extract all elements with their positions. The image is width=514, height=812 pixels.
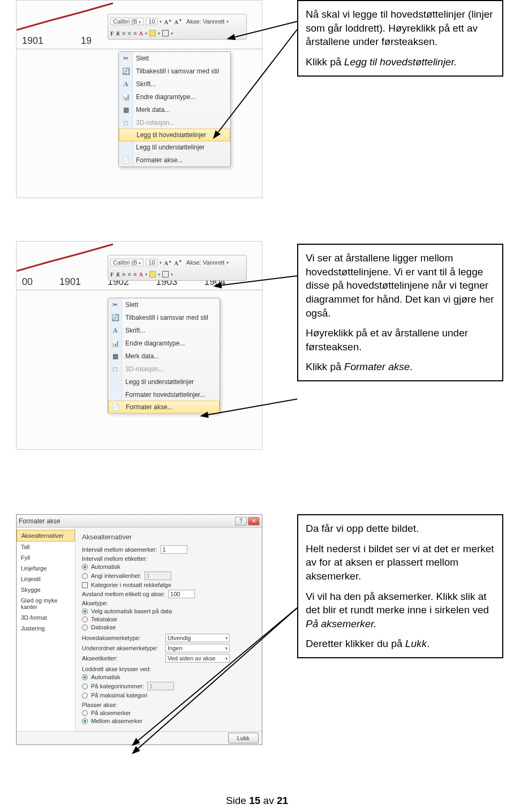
menu-change-chart-type[interactable]: 📊Endre diagramtype...: [119, 91, 230, 103]
radio-between-tickmarks[interactable]: [82, 718, 88, 724]
sidebar-item-glod[interactable]: Glød og myke kanter: [17, 595, 75, 612]
arrow-2b: [203, 396, 300, 418]
properties-icon: 📄: [121, 155, 131, 165]
svg-line-3: [206, 399, 297, 415]
italic-icon[interactable]: K: [116, 271, 120, 277]
fill-color-icon[interactable]: [149, 30, 156, 36]
align-left-icon[interactable]: ≡: [122, 30, 125, 36]
menu-3d-rotation: ◻3D-rotasjon...: [108, 363, 220, 375]
align-center-icon[interactable]: ≡: [128, 271, 131, 277]
sidebar-item-justering[interactable]: Justering: [17, 623, 75, 634]
menu-select-data[interactable]: ▦Merk data...: [119, 103, 230, 116]
callout-text: Vi vil ha den på aksemerker. Klikk slik …: [306, 590, 495, 631]
bold-icon[interactable]: F: [110, 30, 114, 36]
sidebar-item-3d-format[interactable]: 3D-format: [17, 612, 75, 623]
label-position-heading: Plasser akse:: [82, 702, 117, 708]
menu-change-chart-type[interactable]: 📊Endre diagramtype...: [108, 337, 220, 350]
font-icon: A: [110, 326, 120, 335]
radio-axis-auto[interactable]: [82, 608, 88, 614]
grid-icon: ▦: [121, 105, 131, 115]
menu-format-major-gridlines[interactable]: Formater hovedstøttelinjer...: [108, 388, 220, 401]
page-number: Side 15 av 21: [0, 795, 514, 807]
callout-1: Nå skal vi legge til hovedstøttelinjer (…: [297, 0, 503, 77]
radio-on-tickmarks[interactable]: [82, 710, 88, 716]
font-selector[interactable]: Calibri (B ▾: [110, 259, 143, 266]
sidebar-item-skygge[interactable]: Skygge: [17, 584, 75, 595]
label-label-distance: Avstand mellom etikett og akse:: [82, 591, 165, 597]
font-size-selector[interactable]: 10: [146, 18, 157, 25]
svg-line-0: [217, 29, 297, 134]
input-interval-ticks[interactable]: 1: [161, 545, 187, 554]
callout-text: Nå skal vi legge til hovedstøttelinjer (…: [306, 7, 495, 49]
radio-axis-text[interactable]: [82, 616, 88, 622]
callout-text: Klikk på Formater akse.: [306, 360, 495, 374]
font-color-icon[interactable]: A: [139, 30, 143, 36]
panel-heading: Aksealternativer: [82, 533, 255, 541]
sidebar-item-tall[interactable]: Tall: [17, 542, 75, 552]
menu-delete[interactable]: ✂Slett: [119, 52, 230, 65]
shrink-font-icon[interactable]: A▼: [174, 259, 182, 266]
menu-reset-style[interactable]: 🔄Tilbakestill i samsvar med stil: [108, 311, 220, 324]
bold-icon[interactable]: F: [110, 271, 114, 277]
radio-automatic[interactable]: [82, 564, 88, 570]
menu-delete[interactable]: ✂Slett: [108, 298, 220, 311]
align-center-icon[interactable]: ≡: [128, 30, 131, 36]
cube-icon: ◻: [121, 118, 131, 127]
callout-text: Klikk på Legg til hovedstøttelinjer.: [306, 55, 495, 69]
properties-icon: 📄: [111, 402, 120, 412]
checkbox-reverse[interactable]: [82, 582, 88, 588]
radio-specify-interval[interactable]: [82, 573, 88, 579]
radio-cross-auto[interactable]: [82, 674, 88, 680]
font-size-selector[interactable]: 10: [146, 259, 157, 266]
callout-3: Da får vi opp dette bildet. Helt nederst…: [297, 514, 503, 658]
menu-format-axis[interactable]: 📄Formater akse...: [119, 154, 230, 167]
border-icon[interactable]: [162, 30, 169, 36]
sidebar-item-fyll[interactable]: Fyll: [17, 552, 75, 563]
chart-icon: 📊: [121, 92, 131, 102]
menu-add-minor-gridlines[interactable]: Legg til understøttelinjer: [108, 375, 220, 388]
fill-color-icon[interactable]: [149, 271, 156, 277]
reset-icon: 🔄: [121, 66, 131, 76]
italic-icon[interactable]: K: [116, 30, 120, 36]
menu-add-major-gridlines[interactable]: Legg til hovedstøttelinjer: [119, 129, 230, 141]
dialog-title: Formater akse: [19, 517, 60, 525]
arrow-1b: [230, 19, 300, 40]
menu-reset-style[interactable]: 🔄Tilbakestill i samsvar med stil: [119, 65, 230, 78]
font-selector[interactable]: Calibri (B ▾: [110, 18, 143, 25]
grow-font-icon[interactable]: A▲: [164, 18, 172, 25]
callout-text: Høyreklikk på et av årstallene under før…: [306, 326, 495, 354]
radio-cross-max[interactable]: [82, 693, 88, 698]
arrow-2: [217, 273, 300, 289]
arrow-1: [214, 29, 300, 137]
menu-select-data[interactable]: ▦Merk data...: [108, 350, 220, 363]
axis-label: Akse: Vannrett: [186, 18, 224, 25]
sidebar-item-aksealternativer[interactable]: Aksealternativer: [17, 530, 75, 542]
axis-label: Akse: Vannrett: [186, 259, 224, 266]
help-button[interactable]: ?: [235, 517, 247, 525]
menu-font[interactable]: ASkrift...: [119, 78, 230, 91]
axis-year-labels: 1901 19: [22, 35, 92, 47]
year-label: 1901: [22, 35, 43, 47]
shrink-font-icon[interactable]: A▼: [174, 18, 182, 25]
radio-axis-date[interactable]: [82, 625, 88, 630]
align-left-icon[interactable]: ≡: [122, 271, 125, 277]
sidebar-item-linjefarge[interactable]: Linjefarge: [17, 563, 75, 574]
align-right-icon[interactable]: ≡: [133, 30, 137, 36]
grow-font-icon[interactable]: A▲: [164, 259, 172, 266]
menu-add-minor-gridlines[interactable]: Legg til understøttelinjer: [119, 141, 230, 154]
border-icon[interactable]: [162, 271, 169, 277]
font-color-icon[interactable]: A: [139, 271, 143, 277]
radio-cross-category[interactable]: [82, 683, 88, 689]
menu-font[interactable]: ASkrift...: [108, 324, 220, 337]
align-right-icon[interactable]: ≡: [133, 271, 137, 277]
scissors-icon: ✂: [110, 300, 120, 310]
menu-format-axis[interactable]: 📄Formater akse...: [108, 401, 220, 413]
input-label-distance[interactable]: 100: [168, 590, 195, 598]
callout-2: Vi ser at årstallene ligger mellom hoved…: [297, 244, 503, 381]
screenshot-2: 00 1901 1902 1903 1904 Calibri (B ▾ 10▾ …: [16, 241, 262, 450]
menu-3d-rotation: ◻3D-rotasjon...: [119, 116, 230, 129]
dialog-sidebar: Aksealternativer Tall Fyll Linjefarge Li…: [17, 528, 75, 731]
scissors-icon: ✂: [121, 54, 131, 63]
sidebar-item-linjestil[interactable]: Linjestil: [17, 574, 75, 584]
close-window-button[interactable]: ✕: [248, 517, 260, 525]
